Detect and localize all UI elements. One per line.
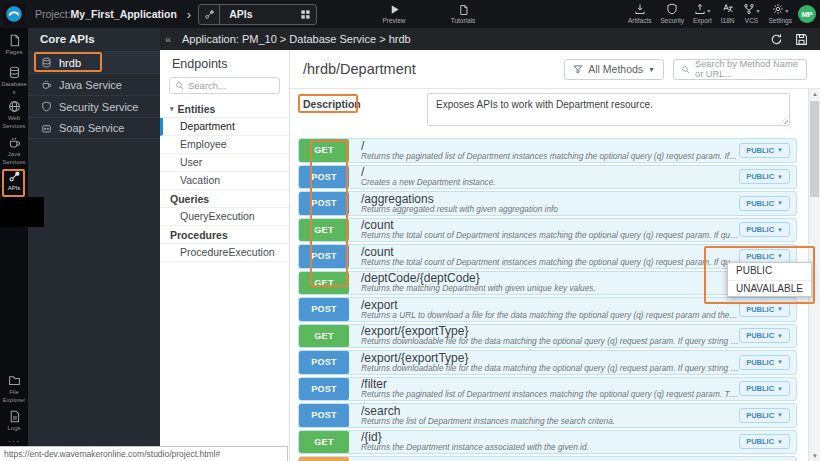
scrollbar-thumb[interactable]	[810, 101, 819, 197]
endpoint-item-employee[interactable]: Employee	[160, 136, 289, 154]
tutorials-button[interactable]: Tutorials	[440, 3, 486, 24]
security-button[interactable]: Security	[660, 3, 683, 24]
pages-icon	[8, 34, 21, 47]
rail-item-logs[interactable]: Logs	[0, 410, 28, 433]
rail-item-databases[interactable]: Databases	[0, 66, 28, 96]
user-avatar[interactable]: MP	[798, 5, 816, 23]
artifacts-button[interactable]: Artifacts	[628, 3, 651, 24]
access-level-button[interactable]: PUBLIC ▼	[739, 328, 790, 343]
api-row[interactable]: GET/Returns the paginated list of Depart…	[298, 138, 797, 163]
api-row[interactable]: POST/export/{exportType}Returns download…	[298, 350, 797, 375]
apis-tab[interactable]: APIs	[198, 4, 317, 25]
apis-active-extension	[0, 197, 44, 227]
java-services-icon	[41, 79, 52, 90]
method-search-input[interactable]: Search by Method Name or URL...	[673, 59, 807, 80]
api-row[interactable]: GET/export/{exportType}Returns downloada…	[298, 324, 797, 349]
core-api-item-java-service[interactable]: Java Service	[28, 73, 160, 95]
settings-label: Settings	[769, 17, 793, 24]
access-level-button[interactable]: PUBLIC ▼	[739, 222, 790, 237]
grid-icon[interactable]	[300, 9, 311, 20]
description-label: Description	[303, 98, 361, 110]
i18n-button[interactable]: I18N	[721, 3, 735, 24]
databases-icon	[8, 66, 21, 79]
access-level-button[interactable]: PUBLIC ▼	[739, 381, 790, 396]
access-level-button[interactable]: PUBLIC ▼	[739, 169, 790, 184]
endpoint-item-department[interactable]: Department	[160, 118, 289, 136]
chevron-down-icon: ▼	[777, 227, 783, 233]
artifacts-label: Artifacts	[628, 17, 651, 24]
rail-item-file-explorer[interactable]: File Explorer	[0, 374, 28, 404]
wavemaker-logo-icon[interactable]	[3, 3, 25, 25]
endpoints-panel: Endpoints Search... ▾EntitiesDepartmentE…	[160, 50, 290, 461]
core-apis-panel: Core APIs hrdbJava ServiceSecurity Servi…	[28, 28, 160, 461]
endpoints-group-queries[interactable]: Queries	[160, 190, 289, 208]
chevron-down-icon: ▼	[777, 386, 783, 392]
export-label: Export	[693, 17, 712, 24]
save-icon[interactable]	[795, 33, 808, 46]
api-row[interactable]: PUTPUBLIC ▼	[298, 456, 797, 461]
vcs-button[interactable]: ▾VCS	[743, 3, 759, 24]
api-row[interactable]: POST/aggregationsReturns aggregated resu…	[298, 191, 797, 216]
endpoints-search-placeholder: Search...	[188, 80, 226, 91]
method-badge: GET	[299, 139, 349, 162]
description-textarea[interactable]: Exposes APIs to work with Department res…	[427, 93, 790, 126]
search-icon	[175, 81, 184, 90]
endpoint-item-vacation[interactable]: Vacation	[160, 172, 289, 190]
rail-item-apis[interactable]: APIs	[0, 170, 28, 193]
endpoints-group-procedures[interactable]: Procedures	[160, 226, 289, 244]
method-badge: GET	[299, 431, 349, 454]
export-button[interactable]: ▾Export	[693, 3, 712, 24]
api-row[interactable]: POST/filterReturns the paginated list of…	[298, 377, 797, 402]
endpoint-description: Returns the list of Department instances…	[361, 417, 739, 427]
rail-item-web-services[interactable]: Web Services	[0, 100, 28, 130]
chevron-right-icon: ›	[187, 7, 191, 22]
rail-item-java-services[interactable]: Java Services	[0, 136, 28, 166]
scroll-down-icon[interactable]: ▼	[809, 453, 820, 459]
api-row[interactable]: GET/countReturns the total count of Depa…	[298, 218, 797, 243]
api-row[interactable]: POST/Creates a new Department instance.P…	[298, 165, 797, 190]
rail-overflow[interactable]: ···	[0, 436, 28, 446]
rail-item-pages[interactable]: Pages	[0, 34, 28, 57]
api-row[interactable]: GET/deptCode/{deptCode}Returns the match…	[298, 271, 797, 296]
resize-grip[interactable]	[780, 116, 788, 124]
core-api-item-hrdb[interactable]: hrdb	[28, 51, 160, 73]
api-row[interactable]: POST/countReturns the total count of Dep…	[298, 244, 797, 269]
api-row[interactable]: POST/searchReturns the list of Departmen…	[298, 403, 797, 428]
dropdown-option-unavailable[interactable]: UNAVAILABLE	[728, 280, 811, 297]
endpoint-item-queryexecution[interactable]: QueryExecution	[160, 208, 289, 226]
core-api-item-soap-service[interactable]: Soap Service	[28, 117, 160, 139]
endpoint-item-procedureexecution[interactable]: ProcedureExecution	[160, 244, 289, 262]
method-badge: POST	[299, 192, 349, 215]
endpoint-item-user[interactable]: User	[160, 154, 289, 172]
endpoint-description: Creates a new Department instance.	[361, 178, 739, 188]
method-badge: POST	[299, 166, 349, 189]
core-api-item-security-service[interactable]: Security Service	[28, 95, 160, 117]
settings-button[interactable]: ▾Settings	[769, 3, 793, 24]
dropdown-option-public[interactable]: PUBLIC	[728, 263, 811, 280]
scroll-up-icon[interactable]: ▲	[809, 91, 820, 97]
endpoints-search-input[interactable]: Search...	[169, 77, 280, 94]
access-level-button[interactable]: PUBLIC ▼	[739, 408, 790, 423]
access-level-button[interactable]: PUBLIC ▼	[739, 302, 790, 317]
access-level-button[interactable]: PUBLIC ▼	[739, 143, 790, 158]
method-search-placeholder: Search by Method Name or URL...	[695, 59, 799, 79]
method-badge: GET	[299, 219, 349, 242]
methods-filter-button[interactable]: All Methods ▼	[564, 59, 664, 80]
api-row[interactable]: GET/{id}Returns the Department instance …	[298, 430, 797, 455]
endpoints-group-entities[interactable]: ▾Entities	[160, 100, 289, 118]
access-level-button[interactable]: PUBLIC ▼	[739, 196, 790, 211]
status-bar-url: https://ent-dev.wavemakeronline.com/stud…	[0, 446, 288, 461]
endpoint-description: Returns the paginated list of Department…	[361, 390, 739, 400]
access-level-button[interactable]: PUBLIC ▼	[739, 355, 790, 370]
refresh-icon[interactable]	[770, 33, 783, 46]
collapse-panel-icon[interactable]: «	[160, 33, 176, 45]
preview-button[interactable]: Preview	[374, 3, 414, 24]
access-level-button[interactable]: PUBLIC ▼	[739, 434, 790, 449]
api-row[interactable]: POST/exportReturns a URL to download a f…	[298, 297, 797, 322]
endpoint-path: /	[361, 140, 739, 152]
chevron-down-icon: ▾	[707, 7, 710, 14]
i18n-label: I18N	[721, 17, 735, 24]
security-icon	[41, 101, 52, 112]
apis-tab-label: APIs	[220, 8, 300, 20]
endpoint-description: Returns the total count of Department in…	[361, 231, 739, 241]
